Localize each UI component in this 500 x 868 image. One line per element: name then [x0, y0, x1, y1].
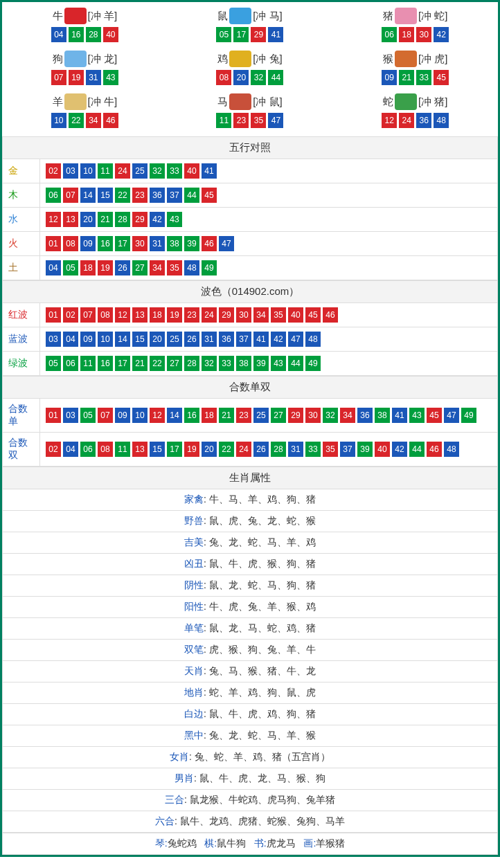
zodiac-icon	[64, 93, 87, 110]
number-chip: 05	[216, 27, 231, 42]
table-row: 水 1213202128294243	[3, 208, 498, 232]
zodiac-conflict: [冲 鼠]	[253, 96, 283, 109]
number-chip: 04	[63, 332, 78, 347]
number-chip: 42	[392, 442, 407, 457]
number-chip: 45	[305, 307, 321, 323]
number-chip: 39	[357, 442, 373, 457]
number-chip: 31	[150, 236, 165, 251]
number-chip: 33	[305, 442, 321, 457]
number-chip: 23	[132, 188, 148, 203]
number-chip: 05	[46, 356, 61, 371]
attr-value: 兔、马、猴、猪、牛、龙	[209, 665, 316, 676]
number-chip: 21	[219, 408, 234, 423]
number-chip: 07	[80, 307, 96, 323]
footer-table: 琴:兔蛇鸡 棋:鼠牛狗 书:虎龙马 画:羊猴猪	[2, 833, 498, 855]
number-chip: 01	[46, 307, 61, 323]
row-nums: 1213202128294243	[40, 208, 498, 232]
page-wrapper: 牛 [冲 羊] 04162840 鼠 [冲 马] 05172941 猪 [冲 蛇…	[0, 0, 500, 857]
footer-value: 兔蛇鸡	[168, 838, 197, 849]
number-chip: 04	[46, 260, 61, 275]
table-row: 合数双 020406081113151719202224262831333537…	[3, 433, 498, 467]
attr-label: 凶丑	[184, 558, 204, 569]
number-chip: 21	[132, 356, 148, 371]
number-chip: 10	[132, 408, 148, 423]
number-chip: 40	[184, 163, 199, 179]
zodiac-name: 狗	[53, 53, 63, 66]
number-chip: 42	[271, 332, 286, 347]
zodiac-icon	[395, 8, 417, 24]
attr-value: 兔、龙、蛇、马、羊、猴	[209, 730, 316, 741]
attr-value: 鼠、龙、马、蛇、鸡、猪	[209, 622, 316, 633]
zodiac-cell: 牛 [冲 羊] 04162840	[2, 5, 168, 48]
number-chip: 09	[80, 236, 96, 251]
number-chip: 18	[399, 27, 414, 42]
wuxing-table: 五行对照 金 02031011242532334041 木 0607141522…	[2, 136, 498, 280]
bose-title: 波色（014902.com）	[3, 281, 498, 303]
attr-cell: 阴性: 鼠、龙、蛇、马、狗、猪	[3, 575, 498, 597]
row-label: 合数双	[3, 433, 40, 467]
number-chip: 36	[357, 408, 373, 423]
row-label: 木	[3, 183, 40, 208]
number-chip: 23	[233, 113, 249, 128]
number-chip: 09	[382, 70, 397, 85]
number-chip: 42	[434, 27, 449, 42]
number-chip: 20	[80, 212, 96, 227]
number-chip: 29	[132, 212, 148, 227]
row-nums: 06071415222336374445	[40, 183, 498, 208]
number-chip: 27	[167, 356, 182, 371]
zodiac-nums: 09213345	[332, 70, 498, 85]
zodiac-cell: 马 [冲 鼠] 11233547	[168, 91, 333, 134]
number-chip: 32	[251, 70, 266, 85]
footer-cell: 琴:兔蛇鸡 棋:鼠牛狗 书:虎龙马 画:羊猴猪	[3, 833, 498, 855]
number-chip: 44	[268, 70, 283, 85]
number-chip: 46	[103, 113, 118, 128]
number-chip: 25	[253, 408, 269, 423]
number-chip: 20	[150, 332, 165, 347]
number-chip: 38	[167, 236, 182, 251]
heshu-title: 合数单双	[3, 377, 498, 399]
table-row: 野兽: 鼠、虎、兔、龙、蛇、猴	[3, 511, 498, 532]
attr-value: 鼠龙猴、牛蛇鸡、虎马狗、兔羊猪	[190, 794, 335, 805]
table-row: 合数单 010305070910121416182123252729303234…	[3, 399, 498, 433]
table-row: 家禽: 牛、马、羊、鸡、狗、猪	[3, 489, 498, 511]
number-chip: 12	[382, 113, 397, 128]
number-chip: 17	[115, 236, 130, 251]
zodiac-name: 羊	[53, 96, 63, 109]
number-chip: 10	[51, 113, 66, 128]
number-chip: 26	[253, 442, 269, 457]
number-chip: 39	[253, 356, 269, 371]
number-chip: 38	[375, 408, 390, 423]
number-chip: 17	[233, 27, 249, 42]
number-chip: 06	[80, 442, 96, 457]
number-chip: 35	[167, 260, 182, 275]
row-nums: 02031011242532334041	[40, 159, 498, 183]
number-chip: 34	[253, 307, 269, 323]
zodiac-conflict: [冲 羊]	[88, 10, 118, 23]
footer-label: 画:	[303, 838, 316, 849]
row-nums: 0103050709101214161821232527293032343638…	[40, 399, 498, 433]
number-chip: 31	[202, 332, 217, 347]
number-chip: 30	[236, 307, 251, 323]
number-chip: 47	[444, 408, 459, 423]
number-chip: 41	[202, 163, 217, 179]
number-chip: 36	[416, 113, 431, 128]
footer-value: 羊猴猪	[316, 838, 345, 849]
table-row: 天肖: 兔、马、猴、猪、牛、龙	[3, 661, 498, 682]
footer-value: 鼠牛狗	[217, 838, 246, 849]
zodiac-cell: 狗 [冲 龙] 07193143	[2, 48, 168, 91]
number-chip: 13	[132, 307, 148, 323]
number-chip: 41	[392, 408, 407, 423]
number-chip: 29	[288, 408, 303, 423]
zodiac-name: 猪	[383, 10, 393, 23]
zodiac-cell: 猴 [冲 虎] 09213345	[332, 48, 498, 91]
zodiac-icon	[229, 51, 251, 67]
attr-label: 阳性	[184, 601, 204, 612]
table-row: 阴性: 鼠、龙、蛇、马、狗、猪	[3, 575, 498, 597]
attr-cell: 白边: 鼠、牛、虎、鸡、狗、猪	[3, 704, 498, 725]
row-label: 红波	[3, 303, 40, 327]
attr-value: 鼠牛、龙鸡、虎猪、蛇猴、兔狗、马羊	[180, 815, 345, 826]
attr-label: 家禽	[184, 494, 204, 505]
number-chip: 02	[63, 307, 78, 323]
row-label: 合数单	[3, 399, 40, 433]
number-chip: 49	[202, 260, 217, 275]
